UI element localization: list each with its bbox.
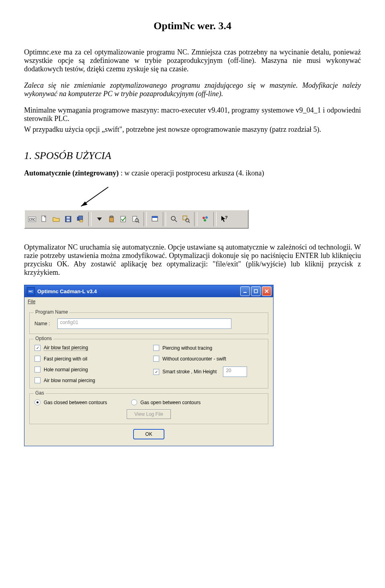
toolbar-screenshot: cnc ? <box>24 185 361 229</box>
auto-line: Automatycznie (zintegrowany) : w czasie … <box>24 169 361 177</box>
checkbox-label: Hole normal piercing <box>44 367 88 373</box>
minimize-icon[interactable] <box>240 286 250 296</box>
svg-point-24 <box>205 216 208 219</box>
checkbox-icon <box>153 356 159 362</box>
radio-gas-open[interactable]: Gas open between contours <box>131 399 201 405</box>
toolbar-separator <box>213 212 217 226</box>
group-legend: Options <box>34 336 53 341</box>
save-diskette-icon[interactable] <box>63 213 74 225</box>
paragraph-requirements: Minimalne wymagania programowe maszyny: … <box>24 106 361 123</box>
open-folder-icon[interactable] <box>51 213 62 225</box>
group-program-name: Program Name Name : config01 <box>29 312 268 334</box>
checkbox-label: Air blow normal piercing <box>44 378 95 383</box>
help-pointer-icon[interactable]: ? <box>219 213 230 225</box>
svg-text:?: ? <box>225 215 228 220</box>
svg-line-22 <box>188 222 190 223</box>
pointer-arrow-icon <box>76 185 124 209</box>
paragraph-recommendation: Zaleca się nie zmienianie zoptymalizowan… <box>24 81 361 98</box>
checkbox-without-contourcounter[interactable]: Without contourcounter - swift <box>153 356 263 362</box>
checkbox-hole-normal[interactable]: Hole normal piercing <box>34 366 144 373</box>
group-options: Options ✓ Air blow fast piercing Fast pi… <box>29 339 268 389</box>
svg-rect-7 <box>79 216 83 220</box>
svg-point-25 <box>204 219 206 222</box>
new-file-icon[interactable] <box>38 213 50 225</box>
checkbox-icon <box>34 356 41 362</box>
svg-rect-11 <box>110 216 113 217</box>
group-gas: Gas Gas closed between contours Gas open… <box>29 393 268 424</box>
dropdown-arrow-icon[interactable] <box>94 213 105 225</box>
checkbox-label: Smart stroke , Min Height <box>162 369 217 375</box>
auto-line-bold: Automatycznie (zintegrowany) <box>24 169 119 177</box>
group-legend: Program Name <box>34 309 69 315</box>
toolbar: cnc ? <box>24 209 249 229</box>
menubar: File <box>24 297 273 306</box>
svg-rect-29 <box>254 290 257 293</box>
checkbox-label: Fast piercing with oil <box>44 356 87 362</box>
checkbox-icon <box>34 377 41 383</box>
checkbox-piercing-without-tracing[interactable]: Piercing without tracing <box>153 345 263 351</box>
svg-line-15 <box>138 222 139 223</box>
titlebar[interactable]: NC Optimnc Cadman-L v3.4 <box>24 285 273 297</box>
auto-line-rest: : w czasie operacji postprocesu arkusza … <box>119 169 264 177</box>
svg-rect-28 <box>243 292 247 293</box>
svg-rect-4 <box>67 217 70 219</box>
section-heading: 1. SPOSÓB UŻYCIA <box>24 150 361 162</box>
svg-rect-12 <box>121 216 126 222</box>
toolbar-separator <box>194 212 197 226</box>
paragraph-swift: W przypadku użycia opcji „swift", potrze… <box>24 125 361 134</box>
zoom-area-icon[interactable] <box>180 213 192 225</box>
window-icon[interactable] <box>149 213 160 225</box>
checkbox-icon: ✓ <box>153 369 159 375</box>
multi-save-icon[interactable] <box>75 213 86 225</box>
name-label: Name : <box>34 321 50 326</box>
paragraph-optimizer: Optymalizator NC uruchamia się automatyc… <box>24 243 361 277</box>
svg-point-18 <box>171 216 175 220</box>
menu-file[interactable]: File <box>28 299 35 304</box>
paragraph-intro: Optimnc.exe ma za cel optymalizowanie pr… <box>24 48 361 73</box>
name-field[interactable]: config01 <box>57 318 231 329</box>
min-height-field[interactable]: 20 <box>223 366 247 377</box>
clipboard-icon[interactable] <box>106 213 117 225</box>
close-icon[interactable] <box>262 286 272 296</box>
svg-point-23 <box>203 217 205 219</box>
group-legend: Gas <box>34 390 46 396</box>
page-title: OptimNc wer. 3.4 <box>24 20 361 32</box>
color-dots-icon[interactable] <box>200 213 211 225</box>
svg-rect-5 <box>67 219 70 222</box>
checkbox-label: Air blow fast piercing <box>44 345 88 351</box>
svg-rect-17 <box>152 216 158 218</box>
radio-label: Gas open between contours <box>140 400 201 405</box>
svg-rect-8 <box>80 220 83 222</box>
optimnc-window: NC Optimnc Cadman-L v3.4 File Program Na… <box>24 285 274 446</box>
app-icon: NC <box>27 287 35 295</box>
checkbox-fast-piercing-oil[interactable]: Fast piercing with oil <box>34 356 144 362</box>
cnc-icon[interactable]: cnc <box>26 213 38 225</box>
toolbar-separator <box>163 212 166 226</box>
toolbar-separator <box>88 212 91 226</box>
checkbox-label: Piercing without tracing <box>162 345 212 351</box>
sheet-search-icon[interactable] <box>130 213 141 225</box>
checkbox-icon: ✓ <box>34 345 41 351</box>
radio-icon <box>34 399 41 405</box>
view-log-button[interactable]: View Log File <box>127 409 171 419</box>
checkbox-smart-stroke[interactable]: ✓ Smart stroke , Min Height 20 <box>153 366 263 377</box>
maximize-icon[interactable] <box>251 286 261 296</box>
svg-marker-9 <box>97 217 102 221</box>
sheet-check-icon[interactable] <box>118 213 129 225</box>
radio-icon <box>131 399 137 405</box>
radio-gas-closed[interactable]: Gas closed between contours <box>34 399 107 405</box>
svg-line-19 <box>175 220 177 222</box>
toolbar-separator <box>144 212 147 226</box>
checkbox-icon <box>153 345 159 351</box>
ok-button[interactable]: OK <box>133 429 164 439</box>
checkbox-label: Without contourcounter - swift <box>162 356 226 362</box>
zoom-in-icon[interactable] <box>168 213 180 225</box>
checkbox-icon <box>34 366 41 373</box>
svg-point-21 <box>186 219 189 222</box>
checkbox-air-blow-fast[interactable]: ✓ Air blow fast piercing <box>34 345 144 351</box>
checkbox-air-blow-normal[interactable]: Air blow normal piercing <box>34 377 144 383</box>
window-title: Optimnc Cadman-L v3.4 <box>37 288 239 294</box>
radio-label: Gas closed between contours <box>44 400 107 405</box>
